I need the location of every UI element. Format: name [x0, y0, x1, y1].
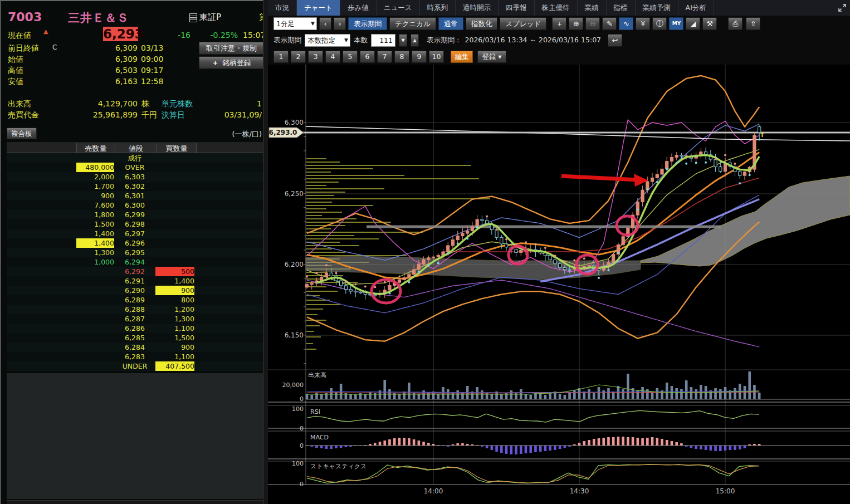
- print-icon[interactable]: ⎙: [728, 17, 742, 30]
- tab-6[interactable]: 適時開示: [456, 0, 499, 16]
- macd-bar: [554, 446, 556, 450]
- next-button[interactable]: ›: [334, 17, 346, 30]
- toolbar-button[interactable]: 表示期間: [348, 17, 387, 30]
- preset-button-5[interactable]: 5: [343, 51, 358, 63]
- tab-8[interactable]: 株主優待: [535, 0, 578, 16]
- book-row[interactable]: 2,0006,303: [7, 172, 263, 182]
- preset-button-4[interactable]: 4: [325, 51, 340, 63]
- yen-icon[interactable]: ¥: [636, 17, 650, 30]
- expand-icon[interactable]: [838, 3, 847, 12]
- candle-body: [354, 291, 357, 292]
- book-row[interactable]: 6,284900: [7, 342, 263, 352]
- book-row[interactable]: 成行: [7, 153, 263, 163]
- candle-body: [451, 240, 454, 246]
- preset-button-8[interactable]: 8: [394, 51, 409, 63]
- candle-body: [432, 257, 434, 258]
- toolbar-button[interactable]: テクニカル: [389, 17, 436, 30]
- book-row[interactable]: 6,2911,400: [7, 276, 263, 286]
- book-row[interactable]: 6,290900: [7, 286, 263, 295]
- price-cell: 6,294: [114, 257, 155, 267]
- export-icon[interactable]: ⇧: [746, 17, 760, 30]
- volume-profile-bar: [306, 202, 332, 203]
- panel-y-label: 0: [300, 395, 304, 403]
- book-row[interactable]: 6,2851,500: [7, 333, 263, 342]
- book-row[interactable]: 1,4006,297: [7, 229, 263, 238]
- price-cell: 6,300: [114, 200, 155, 210]
- prev-button[interactable]: ‹: [319, 17, 331, 30]
- price-chart[interactable]: T6,293.06,3006,2506,2006,15014:0014:3015…: [268, 65, 850, 504]
- zoom-out-icon[interactable]: ⊖: [585, 17, 600, 30]
- tab-5[interactable]: 時系列: [420, 0, 456, 16]
- toolbar-button[interactable]: 通常: [438, 17, 463, 30]
- tab-3[interactable]: 歩み値: [340, 0, 377, 16]
- add-icon[interactable]: ＋: [552, 17, 566, 30]
- volume-profile-bar: [306, 162, 340, 163]
- macd-bar: [564, 446, 566, 448]
- book-row[interactable]: UNDER407,500: [7, 361, 263, 371]
- interval-select[interactable]: 1分足▼: [273, 17, 317, 30]
- count-down-button[interactable]: ▼: [399, 34, 407, 47]
- reset-range-button[interactable]: ↩: [608, 34, 622, 47]
- book-row[interactable]: 6,289800: [7, 295, 263, 305]
- book-row[interactable]: 6,292500: [7, 267, 263, 276]
- horizontal-scrollbar[interactable]: [7, 500, 263, 504]
- info-icon[interactable]: ⓘ: [652, 17, 667, 30]
- book-row[interactable]: 1,3006,295: [7, 248, 263, 257]
- trade-caution-button[interactable]: 取引注意・規制: [199, 42, 264, 55]
- volume-profile-bar: [306, 238, 379, 239]
- tab-4[interactable]: ニュース: [377, 0, 420, 16]
- volume-bar: [744, 386, 746, 399]
- tab-9[interactable]: 業績: [578, 0, 607, 16]
- tab-1[interactable]: 市況: [268, 0, 297, 16]
- panel-y-label: 0: [300, 481, 304, 488]
- register-preset-button[interactable]: 登録 ▾: [477, 51, 506, 63]
- book-row[interactable]: 1,7006,302: [7, 182, 263, 191]
- book-row[interactable]: 6,2861,100: [7, 324, 263, 333]
- toolbar-button[interactable]: スプレッド: [500, 17, 546, 30]
- preset-button-2[interactable]: 2: [291, 51, 306, 63]
- candle-body: [622, 237, 624, 245]
- composite-board-button[interactable]: 複合板: [7, 128, 37, 139]
- count-mode-select[interactable]: 本数指定▼: [305, 34, 350, 47]
- preset-button-1[interactable]: 1: [273, 51, 289, 63]
- wrench-icon[interactable]: ⚒: [702, 17, 717, 30]
- volume-bar: [359, 393, 362, 399]
- price-cell: 6,295: [114, 248, 155, 257]
- tab-12[interactable]: AI分析: [678, 0, 714, 16]
- my-chart-icon[interactable]: MY: [669, 17, 683, 30]
- volume-profile-bar: [306, 218, 356, 219]
- tab-11[interactable]: 業績予測: [636, 0, 678, 16]
- book-row[interactable]: 480,000OVER: [7, 163, 263, 172]
- book-row[interactable]: 9006,301: [7, 191, 263, 200]
- sar-dot: [583, 257, 585, 260]
- preset-button-10[interactable]: 10: [429, 51, 444, 63]
- tab-10[interactable]: 指標: [607, 0, 636, 16]
- book-row[interactable]: 6,2871,300: [7, 314, 263, 324]
- book-row[interactable]: 1,8006,299: [7, 210, 263, 219]
- macd-bar: [413, 439, 416, 446]
- preset-button-6[interactable]: 6: [360, 51, 375, 63]
- book-row[interactable]: 7,6006,300: [7, 200, 263, 210]
- book-row[interactable]: 1,4006,296: [7, 238, 263, 248]
- toolbar-button[interactable]: 指数化: [466, 17, 498, 30]
- book-row[interactable]: 6,2881,200: [7, 305, 263, 314]
- draw-icon[interactable]: ✎: [602, 17, 617, 30]
- stats-value-2: 1: [202, 99, 262, 108]
- bar-count-input[interactable]: 111: [371, 34, 395, 47]
- book-row[interactable]: 6,2831,100: [7, 352, 263, 361]
- sar-dot: [486, 215, 488, 217]
- count-up-button[interactable]: ▲: [411, 34, 419, 47]
- book-row[interactable]: 1,0006,294: [7, 257, 263, 267]
- preset-button-3[interactable]: 3: [308, 51, 323, 63]
- tab-7[interactable]: 四季報: [499, 0, 535, 16]
- zoom-in-icon[interactable]: ⊕: [569, 17, 583, 30]
- tab-2[interactable]: チャート: [297, 0, 340, 16]
- edit-button[interactable]: 編集: [451, 51, 473, 63]
- indicator-wave-icon[interactable]: ∿: [619, 17, 633, 30]
- area-chart-icon[interactable]: ◢: [686, 17, 700, 30]
- preset-button-9[interactable]: 9: [412, 51, 427, 63]
- book-row[interactable]: 1,5006,298: [7, 219, 263, 229]
- volume-bar: [354, 394, 357, 399]
- add-watchlist-button[interactable]: ＋銘柄登録: [199, 56, 264, 69]
- preset-button-7[interactable]: 7: [377, 51, 392, 63]
